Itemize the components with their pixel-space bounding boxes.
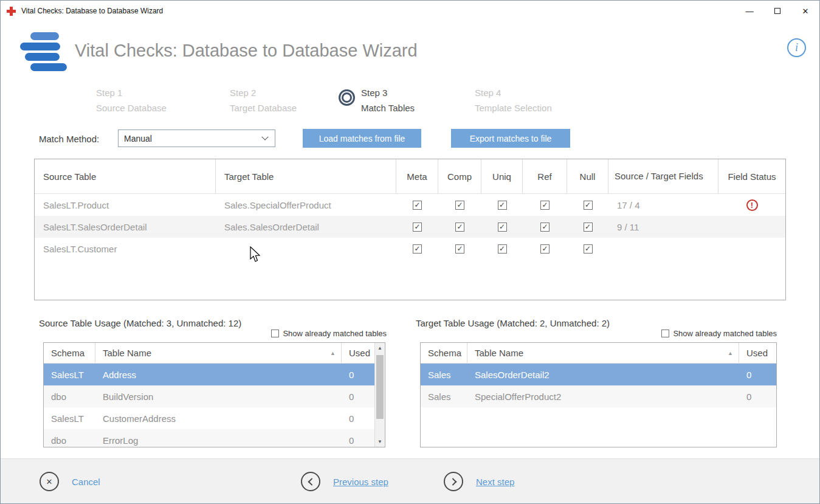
step-4-label: Template Selection	[475, 100, 552, 116]
scroll-up-icon[interactable]: ▲	[375, 343, 385, 353]
target-table-cell: Sales.SalesOrderDetail	[216, 216, 396, 238]
col-source-table[interactable]: Source Table	[35, 159, 216, 193]
match-method-select[interactable]: Manual	[118, 129, 275, 147]
close-button[interactable]: ✕	[791, 1, 819, 21]
window-controls: — ✕	[736, 1, 819, 21]
chevron-down-icon	[261, 133, 268, 140]
footer-bar: ✕ Cancel Previous step Next step	[1, 458, 819, 503]
match-method-value: Manual	[124, 134, 152, 143]
col-target-table[interactable]: Target Table	[216, 159, 396, 193]
ref-checkbox[interactable]: ✓	[540, 201, 550, 210]
show-matched-checkbox[interactable]	[661, 330, 669, 337]
comp-checkbox[interactable]: ✓	[455, 244, 464, 254]
target-show-matched[interactable]: Show already matched tables	[416, 329, 777, 338]
col-field-status[interactable]: Field Status	[718, 159, 785, 193]
previous-step-button[interactable]: Previous step	[301, 459, 388, 504]
step-2-label: Target Database	[230, 100, 297, 116]
info-icon[interactable]: i	[787, 38, 806, 57]
source-usage-row[interactable]: dbo ErrorLog 0	[44, 429, 374, 447]
scrollbar-thumb[interactable]	[376, 355, 384, 419]
chevron-right-icon	[444, 472, 463, 491]
previous-step-label[interactable]: Previous step	[333, 477, 388, 487]
fields-count-cell: 17 / 4	[608, 194, 718, 216]
chevron-left-icon	[301, 472, 320, 491]
minimize-button[interactable]: —	[736, 1, 763, 21]
col-table-name[interactable]: Table Name ▲	[467, 343, 739, 363]
step-3-label: Match Tables	[361, 100, 415, 116]
col-source-target-fields[interactable]: Source / Target Fields	[608, 159, 718, 193]
field-status-error-icon[interactable]: !	[746, 199, 758, 211]
export-matches-button[interactable]: Export matches to file	[451, 129, 570, 148]
ref-checkbox[interactable]: ✓	[540, 223, 550, 232]
fields-count-cell	[608, 238, 718, 260]
cancel-label[interactable]: Cancel	[72, 477, 100, 487]
maximize-icon	[774, 8, 780, 14]
step-1: Step 1 Source Database	[96, 85, 167, 116]
ref-checkbox[interactable]: ✓	[540, 244, 550, 254]
null-checkbox[interactable]: ✓	[584, 201, 593, 210]
field-status-cell	[718, 216, 785, 238]
target-table-cell[interactable]	[216, 238, 396, 260]
col-ref[interactable]: Ref	[523, 159, 567, 193]
meta-checkbox[interactable]: ✓	[413, 244, 422, 254]
col-comp[interactable]: Comp	[438, 159, 481, 193]
uniq-checkbox[interactable]: ✓	[498, 223, 507, 232]
next-step-button[interactable]: Next step	[444, 459, 514, 504]
source-usage-row[interactable]: SalesLT Address 0	[44, 364, 374, 385]
uniq-checkbox[interactable]: ✓	[498, 201, 507, 210]
source-show-matched[interactable]: Show already matched tables	[39, 329, 387, 338]
cancel-icon: ✕	[40, 472, 59, 491]
col-schema[interactable]: Schema	[44, 343, 95, 363]
uniq-checkbox[interactable]: ✓	[498, 244, 507, 254]
field-status-cell	[718, 238, 785, 260]
col-schema[interactable]: Schema	[421, 343, 467, 363]
source-usage-row[interactable]: dbo BuildVersion 0	[44, 385, 374, 407]
step-2: Step 2 Target Database	[230, 85, 297, 116]
target-usage-row[interactable]: Sales SalesOrderDetail2 0	[421, 364, 776, 385]
load-matches-button[interactable]: Load matches from file	[303, 129, 421, 148]
null-checkbox[interactable]: ✓	[584, 223, 593, 232]
null-checkbox[interactable]: ✓	[584, 244, 593, 254]
show-matched-checkbox[interactable]	[271, 330, 279, 337]
show-matched-label: Show already matched tables	[673, 329, 777, 338]
meta-checkbox[interactable]: ✓	[413, 223, 422, 232]
app-logo-icon	[20, 32, 75, 80]
target-usage-row[interactable]: Sales SpecialOfferProduct2 0	[421, 385, 776, 407]
source-usage-table: Schema Table Name ▲ Used SalesLT Address…	[43, 342, 385, 447]
match-table-row[interactable]: SalesLT.Customer ✓ ✓ ✓ ✓ ✓	[35, 238, 785, 260]
comp-checkbox[interactable]: ✓	[455, 223, 464, 232]
step-4: Step 4 Template Selection	[475, 85, 552, 116]
source-usage-title: Source Table Usage (Matched: 3, Unmatche…	[39, 318, 241, 328]
col-used[interactable]: Used	[739, 343, 776, 363]
col-used[interactable]: Used	[342, 343, 374, 363]
next-step-label[interactable]: Next step	[476, 477, 514, 487]
step-3-name: Step 3	[361, 85, 415, 100]
sort-asc-icon[interactable]: ▲	[728, 350, 733, 356]
meta-checkbox[interactable]: ✓	[413, 201, 422, 210]
window-title: Vital Checks: Database to Database Wizar…	[21, 7, 163, 15]
target-usage-title: Target Table Usage (Matched: 2, Unmatche…	[416, 318, 610, 328]
comp-checkbox[interactable]: ✓	[455, 201, 464, 210]
app-window: Vital Checks: Database to Database Wizar…	[0, 0, 820, 504]
source-usage-row[interactable]: SalesLT CustomerAddress 0	[44, 407, 374, 429]
col-null[interactable]: Null	[567, 159, 608, 193]
maximize-button[interactable]	[763, 1, 791, 21]
cancel-button[interactable]: ✕ Cancel	[40, 459, 100, 504]
source-usage-header: Schema Table Name ▲ Used	[44, 343, 374, 364]
sort-asc-icon[interactable]: ▲	[330, 350, 336, 356]
col-uniq[interactable]: Uniq	[481, 159, 523, 193]
match-table-row[interactable]: SalesLT.SalesOrderDetail Sales.SalesOrde…	[35, 216, 785, 238]
col-table-name[interactable]: Table Name ▲	[95, 343, 342, 363]
source-table-cell: SalesLT.Product	[35, 194, 216, 216]
match-table-row[interactable]: SalesLT.Product Sales.SpecialOfferProduc…	[35, 194, 785, 216]
target-table-cell: Sales.SpecialOfferProduct	[216, 194, 396, 216]
step-3: Step 3 Match Tables	[361, 85, 415, 116]
titlebar: Vital Checks: Database to Database Wizar…	[1, 1, 819, 21]
match-table-header: Source Table Target Table Meta Comp Uniq…	[35, 159, 785, 194]
scrollbar[interactable]: ▲ ▼	[374, 343, 385, 447]
scroll-down-icon[interactable]: ▼	[375, 437, 385, 447]
source-table-cell: SalesLT.SalesOrderDetail	[35, 216, 216, 238]
source-table-cell: SalesLT.Customer	[35, 238, 216, 260]
col-meta[interactable]: Meta	[396, 159, 438, 193]
app-cross-icon	[7, 7, 16, 16]
